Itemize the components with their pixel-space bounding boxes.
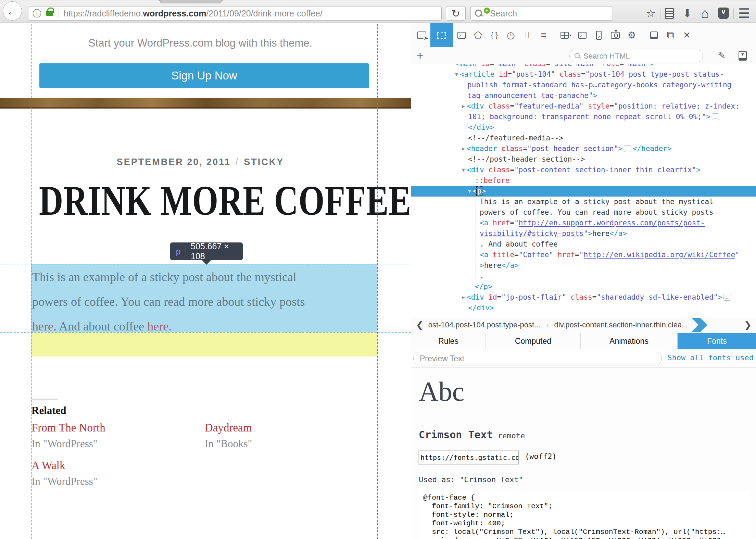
font-url-input[interactable]: https://fonts.gstatic.com/s/ bbox=[419, 451, 519, 464]
grid-glyph bbox=[560, 32, 569, 39]
markup-line[interactable]: </div> bbox=[411, 122, 756, 133]
divider bbox=[59, 9, 59, 18]
tab-computed[interactable]: Computed bbox=[486, 333, 581, 349]
browser-tab[interactable] bbox=[0, 0, 161, 3]
search-icon[interactable]: + bbox=[475, 10, 482, 17]
home-icon[interactable]: ⌂ bbox=[701, 5, 709, 21]
post-date[interactable]: SEPTEMBER 20, 2011 bbox=[117, 157, 231, 167]
breadcrumb-scroll-right-icon[interactable]: ❯ bbox=[739, 320, 756, 330]
guide-line-top bbox=[0, 264, 411, 264]
tab-rules[interactable]: Rules bbox=[411, 333, 486, 349]
show-all-fonts-link[interactable]: Show all fonts used bbox=[667, 353, 754, 362]
bookmark-star-icon[interactable]: ☆ bbox=[646, 7, 656, 20]
page-viewport: Start your WordPress.com blog with this … bbox=[0, 23, 411, 539]
pocket-icon[interactable]: ∨ bbox=[718, 8, 729, 19]
markup-line[interactable]: >here</a> bbox=[411, 260, 756, 271]
markup-line[interactable]: <a title="Coffee" href="http://en.wikipe… bbox=[411, 250, 756, 260]
export-icon[interactable]: ▼ bbox=[739, 51, 747, 61]
close-icon[interactable]: ✕ bbox=[679, 27, 695, 43]
tab-network[interactable]: ≡ bbox=[536, 27, 552, 43]
markup-line[interactable]: <a href="http://en.support.wordpress.com… bbox=[411, 218, 756, 228]
breadcrumb-item-article[interactable]: ost-104.post-104.post.type-post... bbox=[428, 321, 541, 329]
paragraph-line[interactable]: powers of coffee. You can read more abou… bbox=[32, 294, 378, 309]
markup-line[interactable]: . And about coffee bbox=[411, 239, 756, 250]
tab-animations[interactable]: Animations bbox=[581, 333, 678, 349]
lock-icon[interactable] bbox=[46, 11, 53, 16]
browser-toolbar: ← ⓘ https://radcliffedemo.wordpress.com/… bbox=[0, 3, 756, 23]
markup-line[interactable]: ▶ <div class="featured-media" style="pos… bbox=[411, 101, 756, 112]
inspector-icon bbox=[437, 32, 446, 39]
markup-line[interactable]: </p> bbox=[411, 281, 756, 292]
settings-icon[interactable]: ⚙ bbox=[624, 27, 640, 43]
markup-line[interactable]: <main id="main" class="site-main" role="… bbox=[411, 64, 756, 69]
reload-icon: ↻ bbox=[451, 8, 460, 20]
markup-line[interactable]: ▼ <div class="post-content section-inner… bbox=[411, 165, 756, 175]
related-link[interactable]: From The North bbox=[32, 422, 105, 434]
search-html-input[interactable]: Search HTML bbox=[569, 50, 703, 62]
breadcrumb: ❮ ost-104.post-104.post.type-post... › d… bbox=[411, 318, 756, 332]
element-picker-icon[interactable] bbox=[414, 27, 430, 43]
markup-line[interactable]: visibility/#sticky-posts">here</a> bbox=[411, 228, 756, 239]
markup-line[interactable]: powers of coffee. You can read more abou… bbox=[411, 207, 756, 218]
menu-icon[interactable]: ☰ bbox=[738, 6, 750, 21]
back-button[interactable]: ← bbox=[3, 1, 22, 21]
reload-button[interactable]: ↻ bbox=[446, 6, 466, 21]
reading-list-icon[interactable] bbox=[665, 8, 674, 19]
sticky-badge[interactable]: STICKY bbox=[244, 157, 284, 167]
markup-line[interactable]: <!--/post-header section--> bbox=[411, 154, 756, 165]
markup-line-selected[interactable]: ▼ <p> bbox=[411, 186, 756, 197]
add-node-button[interactable]: + bbox=[417, 49, 424, 62]
dock-side-icon[interactable]: ⧉ bbox=[663, 27, 678, 43]
divider bbox=[643, 28, 643, 43]
toolbar-icons: ☆ ⬇ ⌂ ∨ ☰ bbox=[641, 3, 756, 23]
markup-line[interactable]: . bbox=[411, 271, 756, 281]
tab-performance[interactable]: ◷ bbox=[503, 27, 519, 43]
related-link[interactable]: A Walk bbox=[32, 459, 65, 472]
terminal-glyph: › bbox=[578, 32, 587, 39]
paragraph-line[interactable]: This is an example of a sticky post abou… bbox=[32, 270, 378, 284]
tab-memory[interactable]: ⎍ bbox=[519, 27, 535, 43]
related-link[interactable]: Daydream bbox=[205, 422, 252, 434]
markup-line[interactable]: publish format-standard has-p…category-b… bbox=[411, 80, 756, 90]
split-view-icon[interactable]: ▾ bbox=[558, 27, 574, 43]
url-bar[interactable]: ⓘ https://radcliffedemo.wordpress.com/20… bbox=[28, 6, 442, 21]
signup-button[interactable]: Sign Up Now bbox=[39, 63, 369, 88]
markup-line[interactable]: tag-announcement tag-panache"> bbox=[411, 90, 756, 101]
guide-line-left bbox=[31, 23, 32, 539]
site-info-icon[interactable]: ⓘ bbox=[33, 8, 41, 20]
breadcrumb-item-selected[interactable] bbox=[691, 318, 707, 332]
tab-style-editor[interactable]: { } bbox=[487, 27, 502, 43]
font-preview-row: Preview Text Show all fonts used bbox=[411, 349, 756, 368]
tab-console[interactable]: › bbox=[454, 27, 469, 43]
breadcrumb-item-div[interactable]: div.post-content.section-inner.thin.clea… bbox=[554, 321, 688, 329]
downloads-icon[interactable]: ⬇ bbox=[683, 7, 692, 20]
search-bar[interactable]: + Search bbox=[470, 6, 613, 21]
markup-line[interactable]: 101; background: transparent none repeat… bbox=[411, 112, 756, 122]
markup-line[interactable]: </div> bbox=[411, 303, 756, 313]
dock-bottom-icon[interactable] bbox=[646, 27, 662, 43]
url-domain: wordpress.com bbox=[143, 9, 206, 18]
url-text[interactable]: https://radcliffedemo.wordpress.com/2011… bbox=[64, 9, 323, 18]
meta-separator: / bbox=[231, 157, 244, 167]
markup-line[interactable]: ▶ <header class="post-header section">…<… bbox=[411, 143, 756, 154]
preview-text-input[interactable]: Preview Text bbox=[413, 352, 662, 365]
tab-fonts[interactable]: Fonts bbox=[678, 333, 756, 349]
markup-line-pseudo[interactable]: ::before bbox=[411, 175, 756, 186]
markup-line[interactable]: ▶ <div id="jp-post-flair" class="shareda… bbox=[411, 292, 756, 303]
markup-line[interactable]: This is an example of a sticky post abou… bbox=[411, 197, 756, 207]
font-face-rule[interactable]: @font-face { font-family: "Crimson Text"… bbox=[419, 489, 750, 539]
markup-line[interactable]: <!--/featured-media--> bbox=[411, 133, 756, 143]
tab-inspector[interactable] bbox=[430, 23, 453, 47]
post-title[interactable]: DRINK MORE COFFEE bbox=[39, 177, 351, 225]
tab-debugger[interactable]: ⬠ bbox=[470, 27, 486, 43]
featured-image bbox=[0, 98, 411, 109]
search-icon bbox=[575, 53, 581, 59]
console-split-icon[interactable]: › bbox=[575, 27, 590, 43]
screenshot-icon[interactable] bbox=[607, 27, 623, 43]
eyedropper-pen-icon[interactable]: ✎ bbox=[718, 50, 726, 61]
breadcrumb-scroll-left-icon[interactable]: ❮ bbox=[411, 320, 428, 330]
responsive-mode-icon[interactable] bbox=[591, 27, 607, 43]
paragraph-line[interactable]: here. And about coffee here. bbox=[32, 319, 378, 334]
markup-line[interactable]: ▼ <article id="post-104" class="post-104… bbox=[411, 69, 756, 80]
browser-tab[interactable] bbox=[221, 0, 756, 3]
